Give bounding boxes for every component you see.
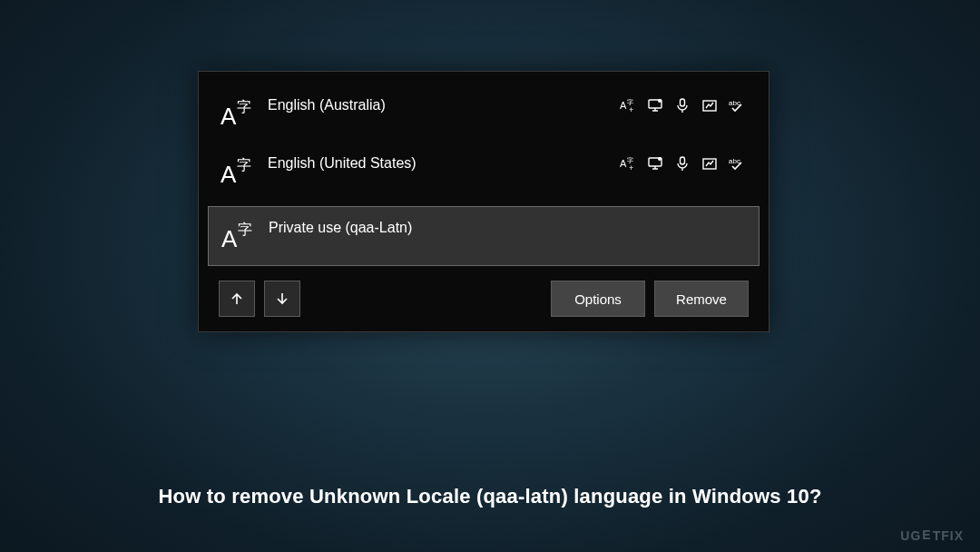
svg-text:字: 字: [238, 222, 252, 237]
language-name-label: English (Australia): [268, 95, 609, 113]
svg-text:abc: abc: [729, 99, 740, 107]
language-item-english-us[interactable]: A 字 English (United States) A字+ abc: [208, 143, 760, 201]
display-icon: [647, 97, 663, 117]
language-feature-icons: A字+ abc: [620, 153, 745, 175]
language-actions-row: Options Remove: [208, 271, 760, 319]
svg-rect-17: [681, 157, 685, 164]
svg-point-16: [658, 157, 662, 161]
svg-text:字: 字: [237, 157, 251, 172]
language-glyph-icon: A 字: [217, 153, 257, 190]
language-name-label: English (United States): [268, 153, 609, 172]
language-glyph-icon: A 字: [217, 95, 257, 132]
article-title: How to remove Unknown Locale (qaa-latn) …: [0, 485, 980, 508]
microphone-icon: [674, 155, 691, 175]
svg-text:A: A: [221, 225, 238, 252]
remove-button[interactable]: Remove: [654, 281, 749, 317]
svg-text:字: 字: [627, 157, 633, 163]
watermark-part3: TFIX: [933, 528, 964, 543]
spellcheck-icon: abc: [729, 155, 745, 175]
display-icon: [647, 155, 663, 175]
language-item-english-australia[interactable]: A 字 English (Australia) A字+ abc: [208, 84, 760, 143]
svg-text:A: A: [220, 103, 237, 130]
svg-rect-7: [681, 99, 685, 106]
svg-text:字: 字: [627, 99, 633, 105]
language-name-label: Private use (qaa-Latn): [269, 218, 744, 236]
svg-text:+: +: [629, 163, 633, 172]
move-up-button[interactable]: [219, 281, 255, 317]
svg-text:A: A: [620, 100, 627, 111]
site-watermark: UGETFIX: [900, 528, 964, 543]
svg-text:字: 字: [237, 99, 251, 114]
language-item-qaa-latn[interactable]: A 字 Private use (qaa-Latn): [208, 206, 760, 266]
svg-text:A: A: [620, 158, 627, 169]
svg-text:abc: abc: [729, 157, 740, 165]
watermark-part1: UG: [900, 528, 921, 543]
language-pack-icon: A字+: [620, 155, 636, 175]
microphone-icon: [674, 97, 691, 117]
language-settings-panel: A 字 English (Australia) A字+ abc: [198, 71, 769, 332]
language-feature-icons: A字+ abc: [620, 95, 745, 117]
svg-text:+: +: [629, 105, 633, 113]
options-button[interactable]: Options: [551, 281, 645, 317]
move-down-button[interactable]: [264, 281, 300, 317]
handwriting-icon: [701, 155, 718, 175]
spellcheck-icon: abc: [729, 97, 745, 117]
watermark-part2: E: [922, 527, 931, 542]
handwriting-icon: [701, 97, 718, 117]
svg-point-6: [658, 99, 662, 103]
language-pack-icon: A字+: [620, 97, 636, 117]
language-glyph-icon: A 字: [218, 218, 258, 254]
svg-text:A: A: [220, 161, 237, 188]
